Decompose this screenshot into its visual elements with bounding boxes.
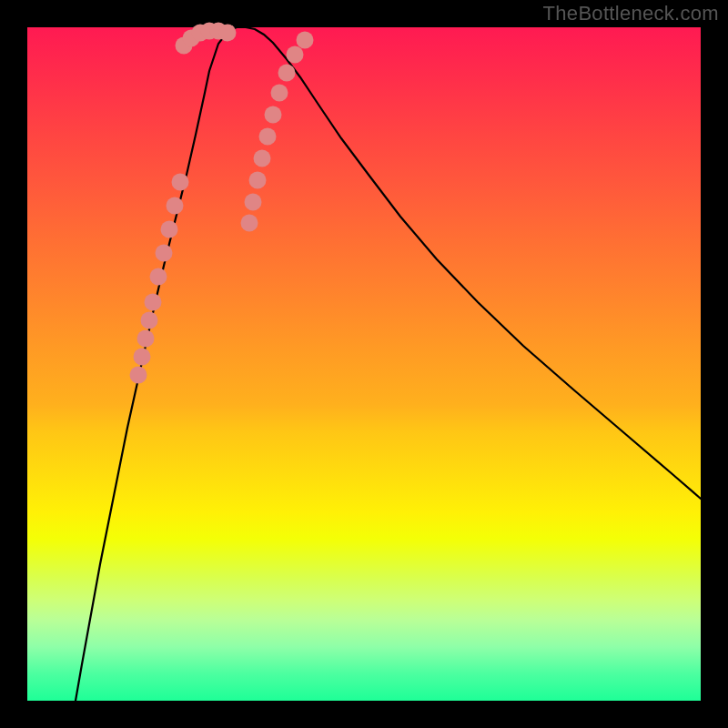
data-marker	[259, 128, 277, 146]
markers-right-cluster	[241, 32, 314, 232]
data-marker	[150, 268, 167, 286]
data-marker	[130, 367, 147, 384]
chart-frame: TheBottleneck.com	[0, 0, 728, 728]
data-marker	[137, 330, 155, 348]
data-marker	[245, 194, 262, 211]
markers-left-cluster	[130, 174, 189, 384]
data-marker	[278, 65, 296, 82]
data-marker	[134, 349, 151, 366]
data-marker	[297, 32, 314, 49]
data-marker	[249, 172, 267, 189]
data-marker	[265, 106, 282, 124]
data-marker	[167, 197, 184, 215]
data-marker	[254, 150, 271, 167]
bottleneck-curve	[76, 27, 701, 701]
data-marker	[161, 221, 178, 238]
data-marker	[156, 245, 173, 262]
data-marker	[271, 85, 288, 102]
data-marker	[141, 312, 158, 329]
data-marker	[241, 215, 258, 232]
markers-bottom-cluster	[176, 23, 237, 55]
data-marker	[172, 174, 189, 191]
plot-area	[27, 27, 701, 701]
data-marker	[145, 294, 162, 311]
watermark-text: TheBottleneck.com	[543, 2, 719, 25]
data-marker	[219, 25, 237, 42]
data-marker	[287, 46, 304, 64]
curve-svg	[27, 27, 701, 701]
